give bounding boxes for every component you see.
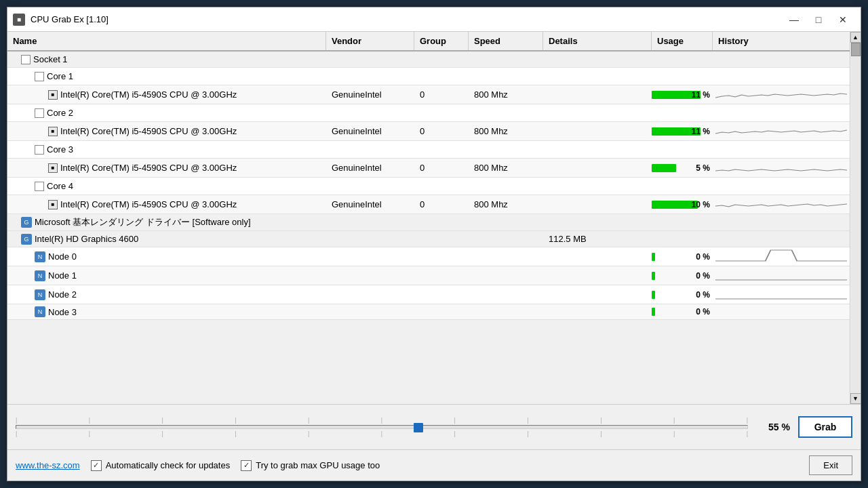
website-link[interactable]: www.the-sz.com bbox=[16, 460, 80, 470]
table-body-wrapper: Socket 1 Core 1 bbox=[7, 52, 861, 404]
cpu1-usage-text: 11 % bbox=[654, 90, 710, 100]
table-row: N Node 0 0 % bbox=[7, 247, 850, 266]
table-row: Core 4 bbox=[7, 178, 850, 195]
table-row: G Microsoft 基本レンダリング ドライバー [Software onl… bbox=[7, 214, 850, 231]
cpu1-vendor: GenuineIntel bbox=[326, 87, 414, 102]
cpu-icon: ■ bbox=[48, 90, 58, 100]
node2-usage-cell: 0 % bbox=[652, 289, 713, 301]
col-group: Group bbox=[414, 32, 469, 50]
table-row: N Node 2 0 % bbox=[7, 285, 850, 304]
row-core4-name: Core 4 bbox=[7, 179, 326, 193]
gpu-grab-check: ✓ Try to grab max GPU usage too bbox=[241, 460, 380, 471]
row-cpu3-name: ■ Intel(R) Core(TM) i5-4590S CPU @ 3.00G… bbox=[7, 161, 326, 175]
col-name: Name bbox=[7, 32, 326, 50]
node0-usage-text: 0 % bbox=[654, 252, 710, 262]
node2-history bbox=[713, 285, 850, 304]
row-node1-name: N Node 1 bbox=[7, 268, 326, 283]
auto-update-label: Automatically check for updates bbox=[106, 460, 231, 470]
app-icon: ■ bbox=[13, 14, 25, 26]
gpu-grab-checkbox[interactable]: ✓ bbox=[241, 460, 252, 471]
minimize-button[interactable]: — bbox=[782, 9, 806, 30]
cpu3-group: 0 bbox=[414, 161, 469, 175]
intel-gpu-details: 112.5 MB bbox=[543, 232, 652, 246]
main-window: ■ CPU Grab Ex [1.10] — □ ✕ Name Vendor G… bbox=[7, 7, 861, 481]
cpu4-details bbox=[543, 203, 652, 207]
node0-history bbox=[713, 247, 850, 266]
row-cpu4-name: ■ Intel(R) Core(TM) i5-4590S CPU @ 3.00G… bbox=[7, 197, 326, 211]
row-socket1-name: Socket 1 bbox=[7, 52, 326, 66]
node1-history bbox=[713, 266, 850, 285]
node-icon: N bbox=[35, 289, 45, 300]
table-row: Socket 1 bbox=[7, 52, 850, 68]
gpu-grab-label: Try to grab max GPU usage too bbox=[256, 460, 380, 470]
cpu1-speed: 800 Mhz bbox=[469, 87, 543, 102]
cpu4-vendor: GenuineIntel bbox=[326, 197, 414, 211]
exit-button[interactable]: Exit bbox=[809, 455, 852, 475]
gpu-icon: G bbox=[21, 234, 32, 245]
window-controls: — □ ✕ bbox=[782, 9, 855, 30]
cpu2-usage-cell: 11 % bbox=[652, 125, 713, 138]
col-usage: Usage bbox=[652, 32, 713, 50]
row-core3-name: Core 3 bbox=[7, 142, 326, 157]
node3-usage-cell: 0 % bbox=[652, 306, 713, 318]
scroll-track[interactable] bbox=[851, 52, 861, 393]
cpu4-history bbox=[713, 195, 850, 214]
footer: www.the-sz.com ✓ Automatically check for… bbox=[7, 450, 861, 481]
row-node3-name: N Node 3 bbox=[7, 304, 326, 319]
cpu3-usage-cell: 5 % bbox=[652, 162, 713, 174]
table-header: Name Vendor Group Speed Details Usage Hi… bbox=[7, 32, 861, 52]
cpu3-speed: 800 Mhz bbox=[469, 161, 543, 175]
table-row: N Node 3 0 % bbox=[7, 304, 850, 320]
col-speed: Speed bbox=[469, 32, 543, 50]
core4-checkbox[interactable] bbox=[35, 182, 44, 191]
node2-usage-text: 0 % bbox=[654, 290, 710, 300]
cpu4-speed: 800 Mhz bbox=[469, 197, 543, 211]
cpu2-history bbox=[713, 122, 850, 140]
cpu2-group: 0 bbox=[414, 124, 469, 138]
core3-checkbox[interactable] bbox=[35, 145, 44, 155]
grab-slider[interactable] bbox=[16, 425, 748, 429]
node0-usage-cell: 0 % bbox=[652, 251, 713, 263]
node2-history-chart bbox=[715, 285, 847, 302]
cpu-icon: ■ bbox=[48, 200, 58, 209]
cpu3-history-chart bbox=[715, 159, 847, 175]
data-table-container: Name Vendor Group Speed Details Usage Hi… bbox=[7, 32, 861, 405]
cpu4-usage-cell: 10 % bbox=[652, 199, 713, 211]
table-row: ■ Intel(R) Core(TM) i5-4590S CPU @ 3.00G… bbox=[7, 85, 850, 104]
row-core1-name: Core 1 bbox=[7, 69, 326, 83]
slider-top-ticks: | | | | | | | | | | | bbox=[16, 417, 748, 424]
cpu-icon: ■ bbox=[48, 163, 58, 173]
gpu-icon: G bbox=[21, 217, 32, 228]
node-icon: N bbox=[35, 306, 45, 317]
cpu4-group: 0 bbox=[414, 197, 469, 211]
socket-checkbox[interactable] bbox=[21, 55, 31, 64]
cpu2-usage-text: 11 % bbox=[654, 127, 710, 136]
table-row: ■ Intel(R) Core(TM) i5-4590S CPU @ 3.00G… bbox=[7, 122, 850, 141]
slider-thumb[interactable] bbox=[414, 423, 423, 432]
maximize-button[interactable]: □ bbox=[806, 9, 831, 30]
grab-button[interactable]: Grab bbox=[798, 416, 852, 438]
cpu1-history-chart bbox=[715, 85, 847, 102]
row-node0-name: N Node 0 bbox=[7, 249, 326, 264]
cpu3-usage-text: 5 % bbox=[654, 163, 710, 173]
row-node2-name: N Node 2 bbox=[7, 287, 326, 302]
core2-checkbox[interactable] bbox=[35, 108, 44, 118]
slider-value-label: 55 % bbox=[756, 422, 790, 432]
cpu2-history-chart bbox=[715, 122, 847, 138]
node1-history-chart bbox=[715, 266, 847, 283]
node1-usage-text: 0 % bbox=[654, 271, 710, 281]
scroll-thumb[interactable] bbox=[851, 52, 861, 56]
table-row: G Intel(R) HD Graphics 4600 112.5 MB bbox=[7, 231, 850, 247]
node0-history-chart bbox=[715, 247, 847, 264]
close-button[interactable]: ✕ bbox=[831, 9, 855, 30]
auto-update-check: ✓ Automatically check for updates bbox=[91, 460, 231, 471]
vertical-scrollbar[interactable]: ▲ ▼ bbox=[850, 52, 861, 404]
scroll-down-button[interactable]: ▼ bbox=[850, 393, 861, 404]
row-intel-gpu-name: G Intel(R) HD Graphics 4600 bbox=[7, 232, 326, 247]
cpu2-vendor: GenuineIntel bbox=[326, 124, 414, 138]
auto-update-checkbox[interactable]: ✓ bbox=[91, 460, 102, 471]
core1-checkbox[interactable] bbox=[35, 72, 44, 81]
cpu1-usage-cell: 11 % bbox=[652, 89, 713, 101]
grab-slider-wrapper: | | | | | | | | | | | | bbox=[16, 410, 748, 444]
cpu4-usage-text: 10 % bbox=[654, 200, 710, 209]
